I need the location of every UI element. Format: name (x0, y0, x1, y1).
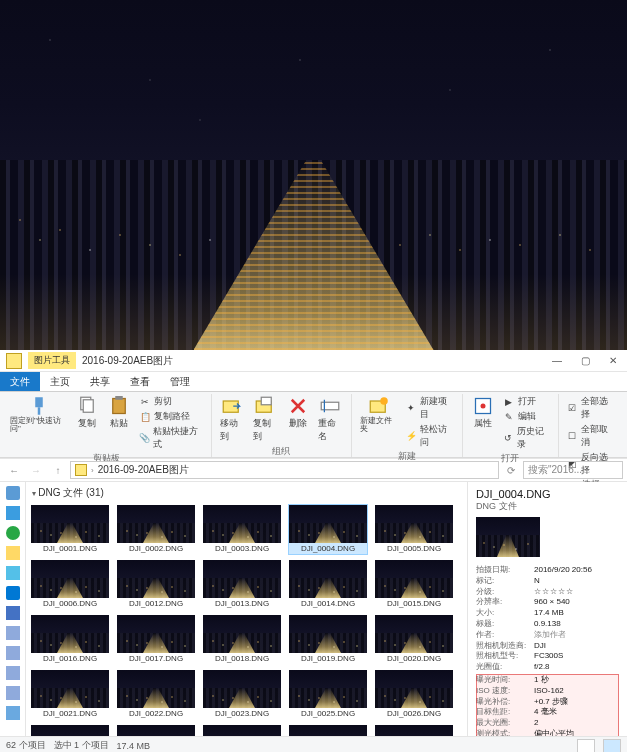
sidebar-drive-icon[interactable] (6, 626, 20, 640)
thumbnail-item[interactable]: DJI_0006.DNG (30, 559, 110, 610)
thumbnail-item[interactable]: DJI_0022.DNG (116, 669, 196, 720)
sidebar-network-icon[interactable] (6, 706, 20, 720)
sidebar-this-pc-icon[interactable] (6, 606, 20, 620)
cut-button[interactable]: ✂剪切 (137, 394, 205, 409)
search-input[interactable]: 搜索"2016... (523, 461, 623, 479)
ribbon-group-select: ☑全部选择 ☐全部取消 ◩反向选择 选择 (561, 394, 623, 457)
sidebar-onedrive-icon[interactable] (6, 586, 20, 600)
tab-home[interactable]: 主页 (40, 372, 80, 391)
close-button[interactable]: ✕ (599, 350, 627, 372)
nav-up-button[interactable]: ↑ (48, 460, 68, 480)
thumbnail-item[interactable]: DJI_0017.DNG (116, 614, 196, 665)
rename-button[interactable]: 重命名 (316, 394, 345, 445)
sidebar-downloads-icon[interactable] (6, 526, 20, 540)
sidebar-drive2-icon[interactable] (6, 646, 20, 660)
thumbnail-image (31, 670, 109, 708)
new-item-icon: ✦ (406, 402, 417, 414)
hero-night-city-image (0, 0, 627, 350)
thumbnail-item[interactable]: DJI_0030.DNG (374, 724, 454, 736)
thumbnail-item[interactable]: DJI_0004.DNG (288, 504, 368, 555)
sidebar-drive4-icon[interactable] (6, 686, 20, 700)
thumbnail-item[interactable]: DJI_0026.DNG (374, 669, 454, 720)
thumbnail-caption: DJI_0004.DNG (289, 543, 367, 554)
view-thumbs-button[interactable] (603, 739, 621, 753)
edit-button[interactable]: ✎编辑 (501, 409, 552, 424)
sidebar-pictures-icon[interactable] (6, 566, 20, 580)
tab-manage[interactable]: 管理 (160, 372, 200, 391)
move-to-button[interactable]: 移动到 (218, 394, 247, 445)
thumbnail-item[interactable]: DJI_0020.DNG (374, 614, 454, 665)
history-button[interactable]: ↺历史记录 (501, 424, 552, 452)
ribbon-tabs: 文件 主页 共享 查看 管理 (0, 372, 627, 392)
thumbnail-image (289, 560, 367, 598)
thumbnail-caption: DJI_0005.DNG (375, 543, 453, 554)
new-folder-button[interactable]: 新建文件夹 (358, 394, 400, 435)
svg-point-12 (380, 397, 388, 405)
paste-button[interactable]: 粘贴 (105, 394, 133, 432)
group-header[interactable]: ▾ DNG 文件 (31) (30, 484, 467, 504)
thumbnail-item[interactable]: DJI_0027.DNG (116, 724, 196, 736)
thumbnail-item[interactable]: DJI_0025.DNG (288, 669, 368, 720)
sidebar-desktop-icon[interactable] (6, 506, 20, 520)
properties-button[interactable]: 属性 (469, 394, 497, 432)
breadcrumb[interactable]: › 2016-09-20AEB图片 (70, 461, 499, 479)
minimize-button[interactable]: — (543, 350, 571, 372)
thumbnail-item[interactable]: DJI_0014.DNG (288, 559, 368, 610)
thumbnail-image (203, 725, 281, 736)
copy-button[interactable]: 复制 (73, 394, 101, 432)
history-icon: ↺ (503, 432, 514, 444)
sidebar-quick-access-icon[interactable] (6, 486, 20, 500)
svg-point-14 (480, 404, 485, 409)
thumbnail-item[interactable]: DJI_0003.DNG (202, 504, 282, 555)
select-all-button[interactable]: ☑全部选择 (565, 394, 617, 422)
select-none-button[interactable]: ☐全部取消 (565, 422, 617, 450)
tab-file[interactable]: 文件 (0, 372, 40, 391)
context-tab-label: 图片工具 (28, 352, 76, 369)
thumbnail-item[interactable]: DJI_0005.DNG (374, 504, 454, 555)
copy-path-button[interactable]: 📋复制路径 (137, 409, 205, 424)
ribbon-group-open: 属性 ▶打开 ✎编辑 ↺历史记录 打开 (465, 394, 559, 457)
thumbnail-caption: DJI_0006.DNG (31, 598, 109, 609)
thumbnail-image (31, 560, 109, 598)
explorer-body: ▾ DNG 文件 (31) DJI_0001.DNGDJI_0002.DNGDJ… (0, 482, 627, 736)
thumbnail-item[interactable]: DJI_0029.DNG (288, 724, 368, 736)
tab-share[interactable]: 共享 (80, 372, 120, 391)
thumbnail-item[interactable]: DJI_0001.DNG (30, 504, 110, 555)
tab-view[interactable]: 查看 (120, 372, 160, 391)
thumbnail-item[interactable]: DJI_0021.DNG (30, 669, 110, 720)
thumbnail-image (375, 670, 453, 708)
thumbnail-caption: DJI_0019.DNG (289, 653, 367, 664)
maximize-button[interactable]: ▢ (571, 350, 599, 372)
nav-forward-button[interactable]: → (26, 460, 46, 480)
paste-shortcut-icon: 📎 (139, 432, 150, 444)
thumbnail-item[interactable]: DJI_0013.DNG (202, 559, 282, 610)
highlighted-exif-block: 曝光时间:1 秒 ISO 速度:ISO-162 曝光补偿:+0.7 步骤 目标焦… (476, 674, 619, 736)
thumbnail-item[interactable]: DJI_0023.DNG (202, 669, 282, 720)
sidebar-documents-icon[interactable] (6, 546, 20, 560)
thumbnail-item[interactable]: DJI_0018.DNG (202, 614, 282, 665)
thumbnail-caption: DJI_0026.DNG (375, 708, 453, 719)
rating-stars[interactable]: ☆☆☆☆☆ (534, 587, 574, 598)
nav-sidebar (0, 482, 26, 736)
thumbnail-item[interactable]: DJI_0015.DNG (374, 559, 454, 610)
sidebar-drive3-icon[interactable] (6, 666, 20, 680)
nav-back-button[interactable]: ← (4, 460, 24, 480)
thumbnail-item[interactable]: DJI_0016.DNG (30, 614, 110, 665)
select-none-icon: ☐ (567, 430, 578, 442)
view-details-button[interactable] (577, 739, 595, 753)
chevron-right-icon: › (91, 466, 94, 475)
new-item-button[interactable]: ✦新建项目 (404, 394, 456, 422)
open-button[interactable]: ▶打开 (501, 394, 552, 409)
thumbnail-item[interactable]: DJI_0012.DNG (116, 559, 196, 610)
thumbnail-item[interactable]: DJI_0028.DNG (202, 724, 282, 736)
refresh-button[interactable]: ⟳ (501, 460, 521, 480)
thumbnail-item[interactable]: DJI_0002.DNG (116, 504, 196, 555)
thumbnail-item[interactable]: DJI_0019.DNG (288, 614, 368, 665)
easy-access-button[interactable]: ⚡轻松访问 (404, 422, 456, 450)
paste-shortcut-button[interactable]: 📎粘贴快捷方式 (137, 424, 205, 452)
copy-to-button[interactable]: 复制到 (251, 394, 280, 445)
delete-button[interactable]: 删除 (284, 394, 312, 432)
pin-to-quick-access-button[interactable]: 固定到"快速访问" (8, 394, 69, 435)
thumbnail-item[interactable]: DJI_0026.DNG (30, 724, 110, 736)
copy-icon (77, 396, 97, 416)
